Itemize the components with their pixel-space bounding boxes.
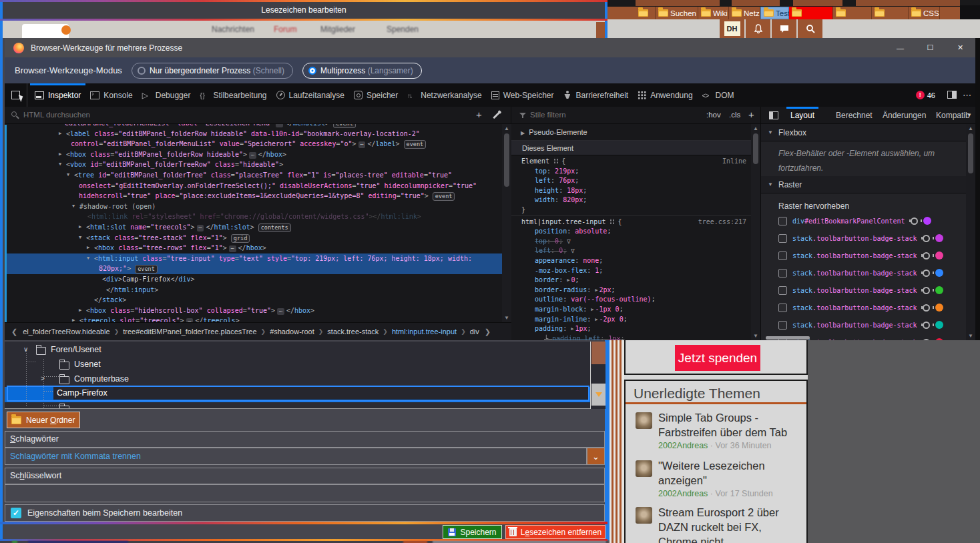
css-rule-line[interactable]: top: 219px; — [511, 167, 752, 177]
color-swatch[interactable] — [935, 304, 943, 312]
bookmark-item[interactable]: Test — [760, 7, 789, 19]
raster-section-header[interactable]: ▼Raster — [761, 176, 975, 193]
markup-line[interactable]: "editBMPanel_folderMenuList" label="Lese… — [5, 124, 502, 129]
devtools-tab-laufzeitanalyse[interactable]: Laufzeitanalyse — [272, 83, 349, 107]
color-swatch[interactable] — [935, 269, 943, 277]
mode-option-parent-process[interactable]: Nur übergeordneter Prozess (Schnell) — [132, 63, 293, 79]
bookmark-item[interactable] — [872, 7, 909, 19]
markup-line[interactable]: </stack> — [5, 295, 502, 306]
grid-highlight-row[interactable]: div#editBookmarkPanelContent — [761, 212, 975, 229]
gear-icon[interactable] — [923, 287, 930, 294]
checkbox-unchecked[interactable] — [778, 269, 787, 278]
topic-item[interactable]: Stream Eurosport 2 über DAZN ruckelt bei… — [634, 505, 800, 543]
markup-line[interactable]: onselect="gEditItemOverlay.onFolderTreeS… — [5, 181, 502, 191]
checkbox-unchecked[interactable] — [778, 234, 787, 243]
css-rule-line[interactable]: Element{Inline — [511, 157, 752, 167]
eyedropper-icon[interactable] — [493, 112, 500, 119]
scroll-down-button[interactable] — [591, 384, 605, 406]
markup-line[interactable]: control="editBMPanel_folderMenuList" val… — [5, 139, 502, 149]
nav-link[interactable]: Nachrichten — [212, 25, 254, 34]
topic-item[interactable]: Simple Tab Groups - Farbstreifen über de… — [634, 410, 800, 457]
grid-highlight-row[interactable]: stack.toolbarbutton-badge-stack — [761, 264, 975, 282]
checkbox-checked[interactable]: ✓ — [11, 508, 21, 518]
checkbox-unchecked[interactable] — [778, 251, 787, 260]
css-rule-line[interactable]: html|input.tree-input{tree.css:217 — [511, 217, 752, 227]
tags-input[interactable]: Schlagwörter mit Kommata trennen — [5, 448, 587, 465]
css-rule-line[interactable]: } — [511, 205, 752, 215]
nav-link[interactable]: Mitglieder — [320, 25, 355, 34]
bookmark-item[interactable]: Suchen — [656, 7, 698, 19]
remove-bookmark-button[interactable]: Lesezeichen entfernen — [505, 525, 605, 539]
markup-line[interactable]: ▼<stack class="tree-stack" flex="1">grid — [5, 233, 502, 243]
markup-line[interactable]: ▼#shadow-root (open) — [5, 201, 502, 212]
gear-icon[interactable] — [923, 269, 930, 277]
notifications-button[interactable] — [746, 19, 770, 38]
breadcrumb-item[interactable]: tree#editBMPanel_folderTree.placesTree — [123, 328, 256, 336]
color-swatch[interactable] — [923, 217, 931, 225]
tree-row[interactable]: ∨Foren/Usenet — [5, 343, 590, 358]
checkbox-unchecked[interactable] — [778, 304, 787, 312]
split-console-icon[interactable] — [947, 91, 957, 99]
add-rule-button[interactable]: + — [748, 109, 754, 120]
tree-row[interactable] — [5, 402, 590, 409]
folder-tree[interactable]: ∨Foren/UsenetUsenet>ComputerbaseCamp-Fir… — [5, 342, 590, 409]
grid-highlight-row[interactable]: stack.toolbarbutton-badge-stack — [761, 299, 975, 316]
markup-line[interactable]: ▶<hbox class="editBMPanel_folderRow hide… — [5, 149, 502, 160]
css-rule-line[interactable]: └ padding-left: 1px; — [511, 334, 752, 340]
breadcrumb-item[interactable]: el_folderTreeRow.hideable — [23, 328, 109, 336]
tab-berechnet[interactable]: Berechnet — [836, 107, 873, 124]
expand-pane-icon[interactable] — [769, 111, 778, 119]
chevron-down-icon[interactable]: ▼ — [967, 107, 972, 124]
devtools-menu-button[interactable]: ⋯ — [963, 83, 971, 107]
checkbox-unchecked[interactable] — [778, 286, 787, 295]
css-rule-line[interactable]: outline: var(--focus-outline); — [511, 295, 752, 305]
nav-link[interactable]: Forum — [274, 25, 297, 34]
devtools-tab-debugger[interactable]: Debugger — [138, 83, 196, 107]
new-folder-button[interactable]: Neuer Ordner — [7, 412, 80, 428]
devtools-tab-anwendung[interactable]: Anwendung — [633, 83, 697, 107]
markup-line[interactable]: ▼<tree id="editBMPanel_folderTree" class… — [5, 170, 502, 181]
devtools-tab-netzwerkanalyse[interactable]: Netzwerkanalyse — [403, 83, 486, 107]
markup-line[interactable]: ▶<treecols slot="treecols">⋯</treecols> — [5, 316, 502, 322]
css-rule-line[interactable]: position: absolute; — [511, 227, 752, 237]
bookmark-item[interactable]: CSS — [909, 7, 940, 19]
breadcrumb-item[interactable]: html:input.tree-input — [392, 328, 457, 336]
checkbox-unchecked[interactable] — [778, 321, 787, 330]
css-rule-line[interactable]: padding: ▶1px; — [511, 324, 752, 334]
breadcrumb-item[interactable]: stack.tree-stack — [327, 328, 379, 336]
search-button[interactable] — [798, 19, 822, 38]
mode-option-multiprocess[interactable]: Multiprozess (Langsamer) — [302, 63, 422, 79]
tab-aenderungen[interactable]: Änderungen — [883, 107, 926, 124]
color-swatch[interactable] — [935, 251, 943, 259]
markup-line[interactable]: ▶<hbox class="hidehscroll-box" collapsed… — [5, 306, 502, 316]
save-button[interactable]: Speichern — [443, 525, 502, 539]
tree-scrollbar[interactable] — [590, 342, 605, 409]
css-rule-line[interactable]: appearance: none; — [511, 256, 752, 266]
devtools-tab-inspektor[interactable]: Inspektor — [30, 83, 85, 107]
css-rule-line[interactable]: left: 76px; — [511, 176, 752, 186]
maximize-button[interactable]: ☐ — [915, 38, 945, 57]
color-swatch[interactable] — [935, 234, 943, 242]
tree-row[interactable]: Usenet — [5, 358, 590, 372]
gear-icon[interactable] — [923, 322, 930, 329]
devtools-tab-dom[interactable]: DOM — [698, 83, 739, 107]
devtools-tab-barrierefreiheit[interactable]: Barrierefreiheit — [558, 83, 633, 107]
markup-line[interactable]: ▶<hbox class="tree-rows" flex="1">⋯</hbo… — [5, 243, 502, 253]
add-node-button[interactable]: + — [476, 109, 482, 120]
markup-line[interactable]: hidehscroll="true" place="place:excludeI… — [5, 191, 502, 201]
devtools-tab-konsole[interactable]: Konsole — [85, 83, 137, 107]
css-rule-line[interactable]: -moz-box-flex: 1; — [511, 266, 752, 276]
topic-item[interactable]: "Weitere Lesezeichen anzeigen"2002Andrea… — [634, 458, 800, 505]
gear-icon[interactable] — [923, 252, 930, 259]
close-button[interactable]: ✕ — [945, 38, 975, 57]
gear-icon[interactable] — [911, 217, 918, 225]
markup-line[interactable]: ▶<label class="editBMPanel_folderRow hid… — [5, 129, 502, 139]
css-rule-line[interactable]: top: 0;∇ — [511, 237, 752, 247]
devtools-titlebar[interactable]: Browser-Werkzeuge für mehrere Prozesse —… — [5, 38, 975, 57]
bookmarks-toolbar[interactable]: SuchenWikiNetzTestCSS — [607, 7, 980, 19]
hov-toggle[interactable]: :hov — [706, 111, 721, 119]
checkbox-unchecked[interactable] — [778, 217, 787, 225]
error-count[interactable]: !46 — [916, 83, 935, 107]
breadcrumb-item[interactable]: #shadow-root — [270, 328, 314, 336]
grid-highlight-row[interactable]: stack.toolbarbutton-badge-stack — [761, 229, 975, 247]
